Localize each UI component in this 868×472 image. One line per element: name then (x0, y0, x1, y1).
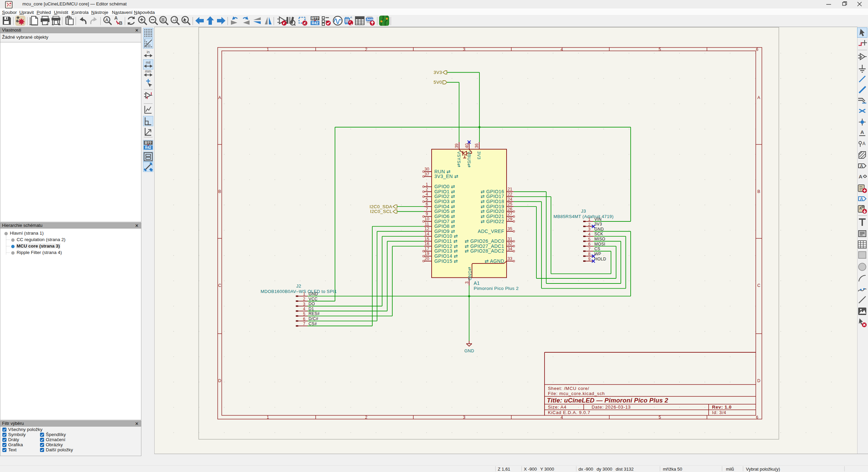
svg-text:6: 6 (426, 202, 428, 206)
svg-text:29: 29 (508, 217, 512, 221)
svg-text:Id: 3/4: Id: 3/4 (712, 410, 726, 415)
svg-text:3V3: 3V3 (594, 222, 602, 227)
svg-text:4: 4 (303, 307, 305, 311)
svg-text:R42: R42 (145, 146, 152, 150)
svg-text:39: 39 (454, 143, 459, 148)
svg-text:20: 20 (425, 256, 429, 261)
svg-text:1: 1 (426, 182, 428, 187)
svg-text:B: B (119, 20, 122, 26)
svg-text:B: B (218, 189, 221, 194)
svg-text:2: 2 (426, 187, 428, 192)
svg-text:MB85RS4MT (Adafruit 4719): MB85RS4MT (Adafruit 4719) (553, 214, 613, 219)
svg-text:5: 5 (659, 47, 661, 52)
svg-text:Date: 2026-03-13: Date: 2026-03-13 (592, 405, 631, 410)
svg-text:SCK: SCK (594, 232, 603, 236)
svg-text:7: 7 (588, 247, 591, 252)
svg-text:30: 30 (425, 167, 429, 172)
svg-text:A: A (757, 95, 761, 100)
svg-text:Size: A4: Size: A4 (548, 405, 567, 410)
svg-text:GPIO9 ⇄: GPIO9 ⇄ (434, 229, 455, 234)
svg-text:21: 21 (508, 187, 512, 192)
svg-text:VCC: VCC (309, 297, 318, 301)
svg-text:A: A (859, 174, 863, 179)
svg-text:GPIO13 ⇄: GPIO13 ⇄ (434, 248, 458, 254)
svg-text:⇄ GPIO16: ⇄ GPIO16 (481, 189, 504, 194)
svg-text:⇄ GPIO21: ⇄ GPIO21 (481, 214, 504, 219)
svg-text:Sheet: /MCU core/: Sheet: /MCU core/ (548, 386, 589, 391)
svg-text:⇄ AGND: ⇄ AGND (485, 258, 504, 264)
svg-text:3: 3 (463, 415, 466, 420)
svg-text:14: 14 (425, 232, 429, 236)
svg-text:22: 22 (508, 192, 512, 197)
svg-text:2: 2 (365, 47, 368, 52)
svg-text:A: A (218, 95, 221, 100)
svg-text:VSYS⇄: VSYS⇄ (456, 151, 461, 168)
svg-text:⇄ GPIO17: ⇄ GPIO17 (481, 194, 504, 199)
svg-text:GPIO8 ⇄: GPIO8 ⇄ (434, 223, 455, 229)
svg-text:3: 3 (588, 227, 591, 232)
svg-text:5V0: 5V0 (434, 80, 442, 85)
svg-text:1: 1 (303, 292, 305, 296)
svg-text:2: 2 (365, 415, 368, 420)
svg-text:⇄GND: ⇄GND (467, 267, 472, 280)
svg-text:4: 4 (426, 192, 428, 197)
svg-text:I2C0_SDA: I2C0_SDA (370, 204, 392, 209)
svg-text:31: 31 (508, 237, 512, 241)
svg-text:GPIO7 ⇄: GPIO7 ⇄ (434, 219, 455, 224)
svg-text:MOSI: MOSI (594, 242, 605, 247)
svg-text:5: 5 (659, 415, 661, 420)
svg-text:3: 3 (465, 281, 469, 284)
svg-text:11: 11 (425, 222, 429, 227)
svg-text:GPIO0 ⇄: GPIO0 ⇄ (434, 184, 455, 189)
svg-text:1: 1 (267, 415, 269, 420)
svg-text:Pimoroni Pico Plus 2: Pimoroni Pico Plus 2 (474, 286, 519, 291)
svg-text:J2: J2 (296, 283, 301, 289)
svg-text:3: 3 (303, 302, 305, 307)
svg-text:12: 12 (425, 227, 429, 231)
svg-text:D: D (218, 378, 221, 383)
svg-text:I2C0_SCL: I2C0_SCL (370, 209, 393, 214)
svg-text:GPIO4 ⇄: GPIO4 ⇄ (434, 204, 455, 209)
svg-text:⇄ GPIO26_ADC0: ⇄ GPIO26_ADC0 (465, 238, 504, 244)
svg-text:MISO: MISO (594, 237, 605, 241)
svg-text:7: 7 (303, 321, 305, 326)
svg-text:J3: J3 (581, 209, 586, 214)
svg-text:GPIO12 ⇄: GPIO12 ⇄ (434, 243, 458, 249)
svg-text:2: 2 (588, 222, 591, 227)
svg-text:⇄ GPIO22: ⇄ GPIO22 (481, 219, 504, 224)
svg-text:27: 27 (508, 212, 512, 216)
svg-text:D/C#: D/C# (309, 316, 318, 321)
svg-text:HOLD: HOLD (594, 257, 606, 261)
svg-text:24: 24 (508, 197, 512, 202)
svg-text:in: in (147, 50, 150, 54)
svg-text:4: 4 (561, 415, 563, 420)
svg-text:3V3_EN ⇄: 3V3_EN ⇄ (434, 174, 458, 179)
svg-text:GPIO3 ⇄: GPIO3 ⇄ (434, 199, 455, 204)
svg-text:GND: GND (309, 292, 318, 296)
svg-text:A: A (860, 163, 863, 169)
svg-text:A1: A1 (474, 280, 480, 286)
svg-text:C: C (218, 283, 221, 288)
svg-text:RES#: RES# (309, 311, 320, 316)
svg-text:File: mcu_core.kicad_sch: File: mcu_core.kicad_sch (548, 391, 605, 396)
svg-text:CS#: CS# (309, 321, 317, 326)
svg-text:4: 4 (561, 47, 563, 52)
svg-text:5: 5 (426, 197, 428, 202)
svg-text:KiCad E.D.A. 9.0.7: KiCad E.D.A. 9.0.7 (548, 410, 590, 415)
svg-text:GND: GND (594, 227, 604, 232)
svg-text:10: 10 (425, 217, 429, 221)
svg-text:6: 6 (756, 47, 758, 52)
svg-text:7: 7 (426, 207, 428, 212)
svg-text:15: 15 (425, 237, 429, 241)
svg-text:mil: mil (146, 60, 151, 64)
svg-text:GPIO5 ⇄: GPIO5 ⇄ (434, 209, 455, 214)
svg-text:3: 3 (463, 47, 466, 52)
svg-text:.bom: .bom (366, 18, 373, 21)
svg-text:33: 33 (508, 256, 512, 261)
svg-text:A: A (114, 16, 118, 21)
svg-text:5: 5 (588, 237, 591, 242)
svg-text:19: 19 (425, 251, 429, 256)
svg-text:2: 2 (303, 297, 305, 301)
svg-text:D1: D1 (309, 307, 314, 311)
svg-text:16: 16 (425, 241, 429, 246)
